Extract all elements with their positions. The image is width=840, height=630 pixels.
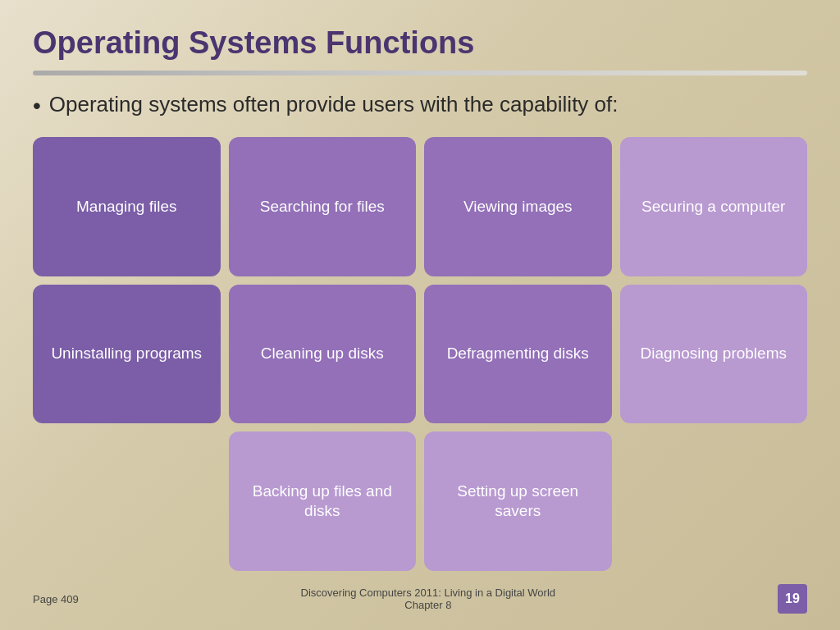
grid-label: Defragmenting disks [447, 344, 589, 364]
grid-item-cleaning-disks[interactable]: Cleaning up disks [229, 285, 417, 424]
grid-label: Uninstalling programs [51, 344, 202, 364]
grid-label: Cleaning up disks [261, 344, 384, 364]
divider-bar [33, 71, 807, 75]
grid-label: Viewing images [463, 197, 573, 217]
slide-number: 19 [778, 584, 807, 614]
grid-label: Managing files [76, 197, 177, 217]
slide-footer: Page 409 Discovering Computers 2011: Liv… [33, 579, 807, 614]
bullet-text-content: Operating systems often provide users wi… [49, 90, 619, 119]
grid-item-managing-files[interactable]: Managing files [33, 137, 221, 276]
grid-item-searching-files[interactable]: Searching for files [229, 137, 417, 276]
footer-page-ref: Page 409 [33, 593, 79, 605]
grid-label: Diagnosing problems [641, 344, 788, 364]
grid-item-securing-computer[interactable]: Securing a computer [620, 137, 808, 276]
footer-citation: Discovering Computers 2011: Living in a … [95, 587, 761, 611]
capability-grid: Managing files Searching for files Viewi… [33, 137, 807, 571]
grid-item-uninstalling[interactable]: Uninstalling programs [33, 285, 221, 424]
bullet-point: • Operating systems often provide users … [33, 90, 807, 121]
page-title: Operating Systems Functions [33, 25, 807, 62]
grid-item-viewing-images[interactable]: Viewing images [424, 137, 612, 276]
grid-item-defragmenting[interactable]: Defragmenting disks [424, 285, 612, 424]
slide: Operating Systems Functions • Operating … [0, 0, 840, 630]
grid-label: Searching for files [260, 197, 385, 217]
grid-label: Setting up screen savers [434, 482, 602, 522]
grid-label: Backing up files and disks [239, 482, 407, 522]
grid-item-diagnosing[interactable]: Diagnosing problems [620, 285, 808, 424]
grid-item-screen-savers[interactable]: Setting up screen savers [424, 431, 612, 571]
bullet-icon: • [33, 90, 41, 121]
grid-label: Securing a computer [641, 197, 785, 217]
grid-item-backing-up[interactable]: Backing up files and disks [229, 431, 417, 571]
